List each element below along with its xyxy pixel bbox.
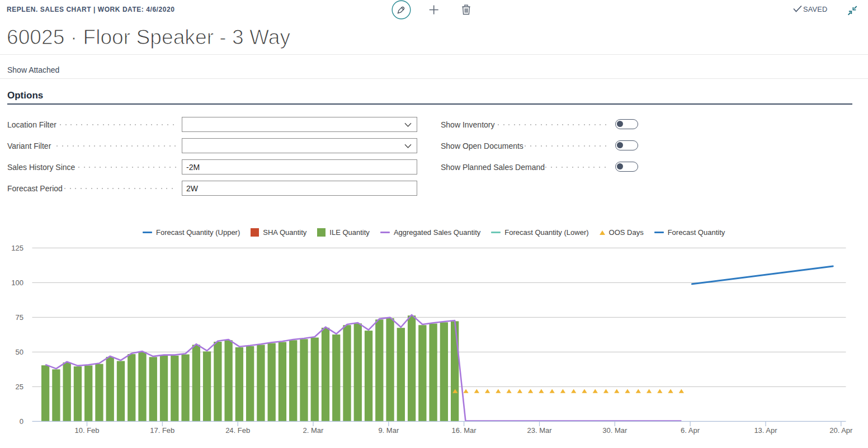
svg-text:125: 125 — [11, 244, 23, 252]
svg-text:75: 75 — [16, 313, 23, 322]
svg-text:100: 100 — [11, 279, 23, 287]
svg-text:6. Apr: 6. Apr — [681, 426, 700, 435]
svg-text:16. Mar: 16. Mar — [452, 426, 477, 435]
svg-text:50: 50 — [16, 348, 23, 356]
svg-text:2. Mar: 2. Mar — [303, 426, 324, 435]
svg-text:13. Apr: 13. Apr — [754, 426, 777, 435]
svg-text:25: 25 — [16, 383, 23, 391]
svg-text:9. Mar: 9. Mar — [378, 426, 399, 435]
svg-text:24. Feb: 24. Feb — [225, 426, 250, 435]
svg-text:0: 0 — [20, 417, 23, 426]
svg-text:17. Feb: 17. Feb — [150, 426, 174, 435]
svg-text:SAVED: SAVED — [803, 5, 827, 13]
svg-text:30. Mar: 30. Mar — [602, 426, 628, 435]
svg-text:23. Mar: 23. Mar — [527, 426, 552, 435]
svg-text:10. Feb: 10. Feb — [74, 426, 99, 435]
svg-text:20. Apr: 20. Apr — [829, 426, 853, 435]
